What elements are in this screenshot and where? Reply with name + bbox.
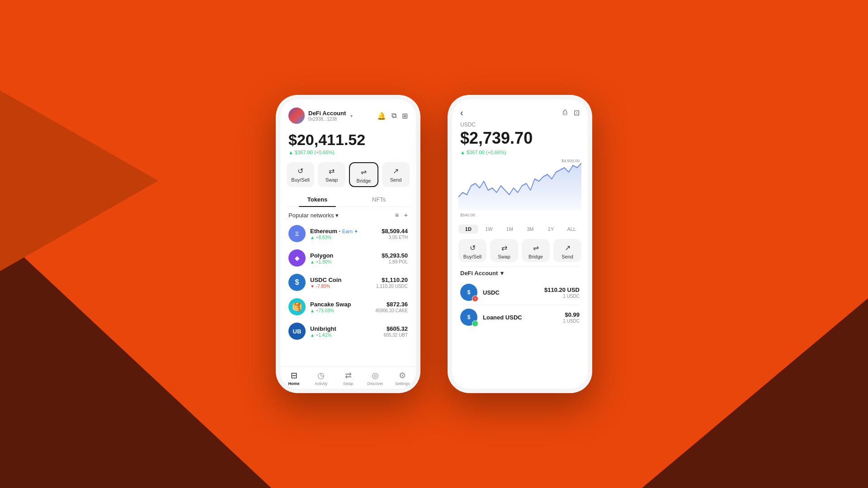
token-item-usdc[interactable]: $ USDC Coin ▼ -7.80% $1,110.20 1,110.20 … — [280, 270, 416, 295]
nav-swap[interactable]: ⇄ Swap — [335, 371, 362, 386]
pol-usd: $5,293.50 — [382, 252, 408, 259]
account-token-usdc[interactable]: $ ! USDC $110.20 USD 1 USDC — [452, 280, 588, 305]
tab-nfts[interactable]: NFTs — [348, 192, 410, 206]
ub-info: Unibright ▲ +1.41% — [310, 325, 379, 338]
account-usdc-amount: 1 USDC — [544, 294, 580, 299]
eth-logo: Ξ — [288, 225, 306, 242]
usdc-usd: $1,110.20 — [376, 277, 408, 283]
defi-account-label: DeFi Account — [460, 270, 498, 277]
chevron-down-icon: ▾ — [350, 113, 353, 118]
token-item-cake[interactable]: 🥞 Pancake Swap ▲ +73.03% $872.36 45906.3… — [280, 295, 416, 319]
account-usdc-logo: $ ! — [460, 284, 477, 301]
bell-icon[interactable]: 🔔 — [377, 112, 386, 120]
cake-amount: 45906.33 CAKE — [375, 308, 408, 313]
p2-bridge-label: Bridge — [528, 254, 543, 259]
p2-buy-sell-button[interactable]: ↺ Buy/Sell — [458, 239, 486, 262]
action-buttons: ↺ Buy/Sell ⇄ Swap ⇌ Bridge ↗ Send — [280, 160, 416, 192]
time-1w[interactable]: 1W — [479, 225, 499, 234]
ub-change: ▲ +1.41% — [310, 333, 379, 338]
tabs: Tokens NFTs — [287, 192, 410, 207]
cake-logo: 🥞 — [288, 298, 306, 315]
account-loaned-info: Loaned USDC — [483, 314, 557, 321]
account-loaned-name: Loaned USDC — [483, 314, 557, 321]
eth-info: Ethereum · Earn ✦ ▲ +8.83% — [310, 228, 377, 240]
export-icon[interactable]: ⊡ — [574, 108, 580, 117]
p2-swap-button[interactable]: ⇄ Swap — [490, 239, 518, 262]
send-button[interactable]: ↗ Send — [382, 162, 410, 187]
time-all[interactable]: ALL — [561, 225, 581, 234]
p2-send-button[interactable]: ↗ Send — [553, 239, 581, 262]
p2-header: ‹ ⎙ ⊡ — [452, 99, 588, 122]
token-item-ub[interactable]: UB Unibright ▲ +1.41% $605.32 605.32 UBT — [280, 319, 416, 343]
p2-change: ▲ $367.00 (+0.66%) — [452, 150, 588, 159]
back-button[interactable]: ‹ — [460, 108, 463, 118]
swap-icon: ⇄ — [329, 167, 335, 175]
p2-send-icon: ↗ — [565, 244, 571, 252]
p2-bridge-button[interactable]: ⇌ Bridge — [522, 239, 550, 262]
nav-discover[interactable]: ◎ Discover — [362, 371, 389, 386]
popular-networks-label[interactable]: Popular networks ▾ — [288, 212, 339, 219]
cake-value: $872.36 45906.33 CAKE — [375, 301, 408, 313]
add-icon[interactable]: + — [404, 211, 408, 219]
account-usdc-name: USDC — [483, 289, 539, 296]
chart-low-label: $540.00 — [460, 213, 475, 217]
token-list-header: Popular networks ▾ ≡ + — [280, 207, 416, 221]
ub-value: $605.32 605.32 UBT — [384, 325, 408, 338]
balance-amount: $20,411.52 — [288, 131, 408, 149]
eth-change: ▲ +8.83% — [310, 235, 377, 240]
token-item-pol[interactable]: ◈ Polygon ▲ +1.90% $5,293.50 1.89 POL — [280, 246, 416, 270]
pol-value: $5,293.50 1.89 POL — [382, 252, 408, 264]
usdc-badge: ! — [472, 296, 478, 302]
time-1m[interactable]: 1M — [500, 225, 519, 234]
eth-earn[interactable]: Earn ✦ — [342, 229, 358, 234]
eth-value: $8,509.44 3.05 ETH — [382, 228, 408, 240]
nav-home[interactable]: ⊟ Home — [280, 371, 307, 386]
send-label: Send — [390, 177, 402, 183]
account-token-loaned[interactable]: $ ↑ Loaned USDC $0.99 1 USDC — [452, 305, 588, 329]
usdc-logo: $ — [288, 274, 306, 291]
usdc-amount: 1,110.20 USDC — [376, 284, 408, 289]
pol-info: Polygon ▲ +1.90% — [310, 252, 377, 264]
token-item-eth[interactable]: Ξ Ethereum · Earn ✦ ▲ +8.83% $8,509.44 3… — [280, 221, 416, 246]
nav-activity[interactable]: ◷ Activity — [307, 371, 335, 386]
bridge-button[interactable]: ⇌ Bridge — [349, 162, 378, 187]
filter-icon[interactable]: ≡ — [395, 211, 399, 219]
account-usdc-value: $110.20 USD 1 USDC — [544, 286, 580, 299]
chart-high-label: $4,500.00 — [561, 159, 580, 163]
token-list: Ξ Ethereum · Earn ✦ ▲ +8.83% $8,509.44 3… — [280, 221, 416, 343]
account-info[interactable]: DeFi Account 0x2938...1238 ▾ — [288, 108, 353, 124]
eth-amount: 3.05 ETH — [382, 235, 408, 240]
phone-2-inner: ‹ ⎙ ⊡ USDC $2,739.70 ▲ $367.00 (+0.66%) … — [452, 99, 588, 389]
cake-info: Pancake Swap ▲ +73.03% — [310, 301, 371, 313]
nav-settings[interactable]: ⚙ Settings — [389, 371, 416, 386]
ub-name: Unibright — [310, 325, 379, 332]
balance-change: ▲ $367.00 (+0.66%) — [288, 150, 408, 155]
token-list-actions: ≡ + — [395, 211, 408, 219]
copy-icon[interactable]: ⧉ — [392, 112, 396, 120]
swap-label: Swap — [326, 177, 338, 183]
buy-sell-label: Buy/Sell — [291, 177, 309, 183]
home-icon: ⊟ — [291, 371, 297, 380]
tab-tokens[interactable]: Tokens — [287, 192, 348, 206]
cake-usd: $872.36 — [375, 301, 408, 308]
defi-account-header: DeFi Account ▾ — [452, 267, 588, 280]
share-icon[interactable]: ⎙ — [563, 108, 567, 117]
loaned-badge: ↑ — [472, 320, 478, 327]
time-3m[interactable]: 3M — [520, 225, 540, 234]
ub-logo: UB — [288, 323, 306, 340]
chevron-down-networks-icon: ▾ — [335, 212, 339, 219]
time-1d[interactable]: 1D — [458, 225, 478, 234]
bottom-nav: ⊟ Home ◷ Activity ⇄ Swap ◎ Discover ⚙ — [280, 366, 416, 389]
p2-token-label: USDC — [452, 122, 588, 129]
swap-button[interactable]: ⇄ Swap — [318, 162, 345, 187]
p2-send-label: Send — [561, 254, 573, 259]
activity-label: Activity — [315, 381, 328, 386]
account-loaned-logo: $ ↑ — [460, 309, 477, 326]
eth-name: Ethereum · Earn ✦ — [310, 228, 377, 235]
account-text: DeFi Account 0x2938...1238 — [308, 110, 346, 122]
home-label: Home — [288, 381, 299, 386]
time-1y[interactable]: 1Y — [541, 225, 561, 234]
spacer — [280, 343, 416, 366]
grid-icon[interactable]: ⊞ — [402, 112, 408, 120]
buy-sell-button[interactable]: ↺ Buy/Sell — [287, 162, 314, 187]
